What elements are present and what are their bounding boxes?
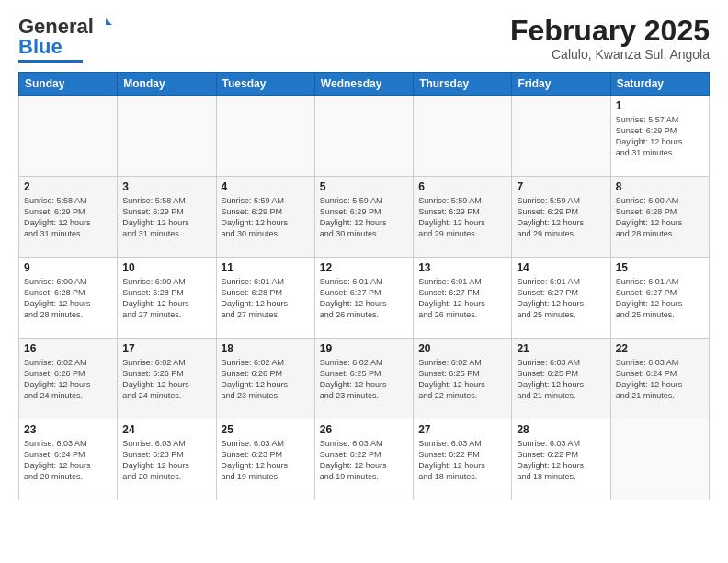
calendar-cell: 13Sunrise: 6:01 AM Sunset: 6:27 PM Dayli…: [414, 258, 512, 339]
calendar-cell: 23Sunrise: 6:03 AM Sunset: 6:24 PM Dayli…: [19, 419, 118, 500]
month-title: February 2025: [510, 15, 710, 47]
day-number: 23: [24, 423, 112, 436]
day-number: 21: [517, 342, 605, 355]
weekday-header-tuesday: Tuesday: [216, 73, 314, 96]
location-subtitle: Calulo, Kwanza Sul, Angola: [510, 47, 710, 62]
calendar-week-row: 2Sunrise: 5:58 AM Sunset: 6:29 PM Daylig…: [19, 177, 710, 258]
day-number: 1: [616, 99, 704, 112]
calendar-cell: 26Sunrise: 6:03 AM Sunset: 6:22 PM Dayli…: [314, 419, 413, 500]
title-area: February 2025 Calulo, Kwanza Sul, Angola: [510, 15, 710, 62]
day-info: Sunrise: 6:03 AM Sunset: 6:22 PM Dayligh…: [418, 438, 506, 483]
day-info: Sunrise: 5:57 AM Sunset: 6:29 PM Dayligh…: [616, 114, 704, 159]
day-number: 20: [418, 342, 506, 355]
calendar-cell: 12Sunrise: 6:01 AM Sunset: 6:27 PM Dayli…: [314, 258, 413, 339]
day-number: 24: [122, 423, 210, 436]
day-number: 13: [418, 261, 506, 274]
calendar-cell: [19, 96, 118, 177]
calendar-cell: 14Sunrise: 6:01 AM Sunset: 6:27 PM Dayli…: [512, 258, 610, 339]
day-number: 19: [320, 342, 408, 355]
day-number: 9: [24, 261, 112, 274]
day-number: 18: [222, 342, 310, 355]
calendar-table: SundayMondayTuesdayWednesdayThursdayFrid…: [18, 72, 710, 500]
day-info: Sunrise: 6:02 AM Sunset: 6:26 PM Dayligh…: [222, 357, 310, 402]
logo-underline: [18, 60, 83, 63]
logo-icon: [97, 17, 114, 33]
calendar-cell: 24Sunrise: 6:03 AM Sunset: 6:23 PM Dayli…: [118, 419, 216, 500]
day-info: Sunrise: 6:02 AM Sunset: 6:25 PM Dayligh…: [320, 357, 408, 402]
day-info: Sunrise: 6:03 AM Sunset: 6:23 PM Dayligh…: [122, 438, 210, 483]
calendar-cell: 3Sunrise: 5:58 AM Sunset: 6:29 PM Daylig…: [118, 177, 216, 258]
day-info: Sunrise: 5:59 AM Sunset: 6:29 PM Dayligh…: [517, 195, 605, 240]
calendar-cell: 16Sunrise: 6:02 AM Sunset: 6:26 PM Dayli…: [19, 339, 118, 419]
day-number: 4: [222, 180, 310, 193]
day-number: 11: [222, 261, 310, 274]
calendar-cell: 20Sunrise: 6:02 AM Sunset: 6:25 PM Dayli…: [414, 339, 512, 419]
calendar-cell: [414, 96, 512, 177]
day-info: Sunrise: 6:00 AM Sunset: 6:28 PM Dayligh…: [122, 276, 210, 321]
day-number: 26: [320, 423, 408, 436]
logo-blue: Blue: [18, 35, 63, 58]
day-info: Sunrise: 6:01 AM Sunset: 6:27 PM Dayligh…: [517, 276, 605, 321]
calendar-cell: [314, 96, 413, 177]
day-number: 5: [320, 180, 408, 193]
day-number: 10: [122, 261, 210, 274]
weekday-header-sunday: Sunday: [19, 73, 118, 96]
calendar-cell: 15Sunrise: 6:01 AM Sunset: 6:27 PM Dayli…: [610, 258, 709, 339]
calendar-cell: 17Sunrise: 6:02 AM Sunset: 6:26 PM Dayli…: [118, 339, 216, 419]
weekday-header-saturday: Saturday: [610, 73, 709, 96]
calendar-cell: 8Sunrise: 6:00 AM Sunset: 6:28 PM Daylig…: [610, 177, 709, 258]
day-info: Sunrise: 6:00 AM Sunset: 6:28 PM Dayligh…: [24, 276, 112, 321]
calendar-cell: [118, 96, 216, 177]
calendar-cell: 18Sunrise: 6:02 AM Sunset: 6:26 PM Dayli…: [216, 339, 314, 419]
calendar-cell: 5Sunrise: 5:59 AM Sunset: 6:29 PM Daylig…: [314, 177, 413, 258]
day-number: 12: [320, 261, 408, 274]
day-number: 16: [24, 342, 112, 355]
day-info: Sunrise: 5:59 AM Sunset: 6:29 PM Dayligh…: [320, 195, 408, 240]
day-number: 7: [517, 180, 605, 193]
day-info: Sunrise: 6:02 AM Sunset: 6:25 PM Dayligh…: [418, 357, 506, 402]
calendar-week-row: 9Sunrise: 6:00 AM Sunset: 6:28 PM Daylig…: [19, 258, 710, 339]
day-info: Sunrise: 6:02 AM Sunset: 6:26 PM Dayligh…: [122, 357, 210, 402]
day-info: Sunrise: 6:02 AM Sunset: 6:26 PM Dayligh…: [24, 357, 112, 402]
day-number: 14: [517, 261, 605, 274]
day-number: 8: [616, 180, 704, 193]
day-info: Sunrise: 6:03 AM Sunset: 6:24 PM Dayligh…: [616, 357, 704, 402]
calendar-week-row: 1Sunrise: 5:57 AM Sunset: 6:29 PM Daylig…: [19, 96, 710, 177]
weekday-header-friday: Friday: [512, 73, 610, 96]
calendar-cell: [216, 96, 314, 177]
day-number: 28: [517, 423, 605, 436]
day-info: Sunrise: 5:59 AM Sunset: 6:29 PM Dayligh…: [418, 195, 506, 240]
calendar-cell: 2Sunrise: 5:58 AM Sunset: 6:29 PM Daylig…: [19, 177, 118, 258]
calendar-cell: [610, 419, 709, 500]
calendar-cell: 21Sunrise: 6:03 AM Sunset: 6:25 PM Dayli…: [512, 339, 610, 419]
day-number: 27: [418, 423, 506, 436]
calendar-cell: 11Sunrise: 6:01 AM Sunset: 6:28 PM Dayli…: [216, 258, 314, 339]
calendar-cell: [512, 96, 610, 177]
weekday-header-thursday: Thursday: [414, 73, 512, 96]
calendar-cell: 28Sunrise: 6:03 AM Sunset: 6:22 PM Dayli…: [512, 419, 610, 500]
day-info: Sunrise: 6:01 AM Sunset: 6:28 PM Dayligh…: [222, 276, 310, 321]
calendar-cell: 9Sunrise: 6:00 AM Sunset: 6:28 PM Daylig…: [19, 258, 118, 339]
day-info: Sunrise: 6:03 AM Sunset: 6:24 PM Dayligh…: [24, 438, 112, 483]
calendar-cell: 22Sunrise: 6:03 AM Sunset: 6:24 PM Dayli…: [610, 339, 709, 419]
day-info: Sunrise: 5:58 AM Sunset: 6:29 PM Dayligh…: [24, 195, 112, 240]
day-number: 2: [24, 180, 112, 193]
day-info: Sunrise: 6:01 AM Sunset: 6:27 PM Dayligh…: [418, 276, 506, 321]
calendar-cell: 25Sunrise: 6:03 AM Sunset: 6:23 PM Dayli…: [216, 419, 314, 500]
page: General Blue February 2025 Calulo, Kwanz…: [0, 0, 728, 563]
day-info: Sunrise: 6:03 AM Sunset: 6:22 PM Dayligh…: [320, 438, 408, 483]
day-info: Sunrise: 6:01 AM Sunset: 6:27 PM Dayligh…: [616, 276, 704, 321]
calendar-cell: 10Sunrise: 6:00 AM Sunset: 6:28 PM Dayli…: [118, 258, 216, 339]
day-info: Sunrise: 6:01 AM Sunset: 6:27 PM Dayligh…: [320, 276, 408, 321]
day-number: 22: [616, 342, 704, 355]
calendar-header-row: SundayMondayTuesdayWednesdayThursdayFrid…: [19, 73, 710, 96]
day-info: Sunrise: 6:03 AM Sunset: 6:25 PM Dayligh…: [517, 357, 605, 402]
logo: General Blue: [18, 15, 114, 63]
calendar-cell: 6Sunrise: 5:59 AM Sunset: 6:29 PM Daylig…: [414, 177, 512, 258]
calendar-cell: 19Sunrise: 6:02 AM Sunset: 6:25 PM Dayli…: [314, 339, 413, 419]
calendar-cell: 1Sunrise: 5:57 AM Sunset: 6:29 PM Daylig…: [610, 96, 709, 177]
day-info: Sunrise: 5:59 AM Sunset: 6:29 PM Dayligh…: [222, 195, 310, 240]
day-info: Sunrise: 6:03 AM Sunset: 6:22 PM Dayligh…: [517, 438, 605, 483]
day-number: 25: [222, 423, 310, 436]
day-number: 3: [122, 180, 210, 193]
